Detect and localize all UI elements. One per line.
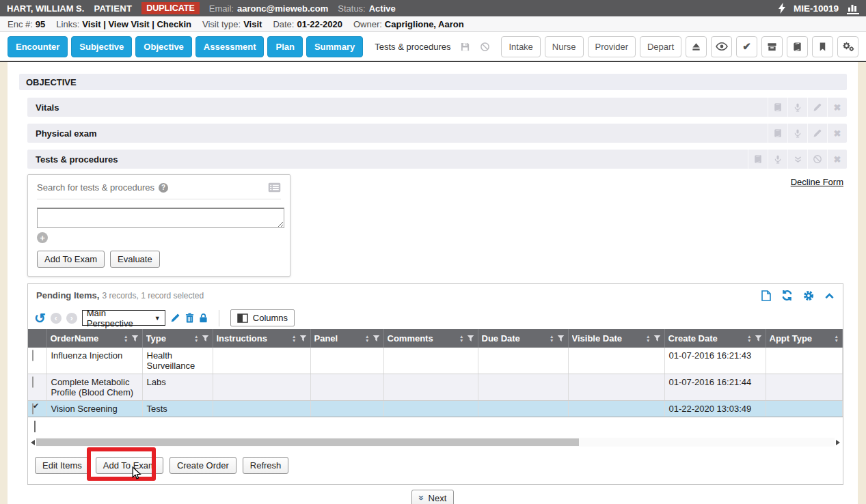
list-icon[interactable] <box>268 182 281 193</box>
links-label: Links: <box>56 19 79 29</box>
sort-icon[interactable]: ▲▼ <box>646 335 650 342</box>
tab-plan[interactable]: Plan <box>267 36 302 57</box>
bar-chart-icon[interactable] <box>847 3 859 14</box>
sort-icon[interactable]: ▲▼ <box>835 335 839 342</box>
archive-icon[interactable] <box>761 36 783 57</box>
scrollbar-thumb[interactable] <box>36 438 579 446</box>
owner-label: Owner: <box>353 19 382 29</box>
table-row[interactable]: Complete Metabolic Profile (Blood Chem) … <box>28 374 843 401</box>
refresh-button[interactable]: Refresh <box>243 457 289 474</box>
plus-icon[interactable]: + <box>37 232 48 243</box>
add-to-exam-footer-button[interactable]: Add To Exam <box>96 457 163 474</box>
scroll-right-arrow[interactable] <box>836 440 840 445</box>
cancel-icon[interactable] <box>480 42 490 52</box>
page-background: OBJECTIVE Vitals ✖ Physical exam ✖ Tests… <box>0 62 866 504</box>
eject-icon[interactable] <box>686 36 707 57</box>
decline-form-link[interactable]: Decline Form <box>791 177 843 187</box>
tab-encounter[interactable]: Encounter <box>8 36 68 57</box>
cancel-icon[interactable] <box>807 150 827 169</box>
collapse-group-icon[interactable] <box>34 421 36 432</box>
create-order-button[interactable]: Create Order <box>170 457 236 474</box>
objective-section-header[interactable]: OBJECTIVE <box>19 74 847 90</box>
row-checkbox[interactable] <box>32 350 33 361</box>
double-chevron-down-icon[interactable] <box>787 150 807 169</box>
perspective-select[interactable]: Main Perspective ▼ <box>82 310 165 326</box>
bolt-icon[interactable] <box>779 3 785 14</box>
horizontal-scrollbar[interactable] <box>29 436 841 448</box>
refresh-icon[interactable] <box>781 290 793 301</box>
table-row-selected[interactable]: Vision Screening Tests 01-22-2020 13:03:… <box>28 401 843 417</box>
close-icon[interactable]: ✖ <box>827 98 847 117</box>
scroll-left-arrow[interactable] <box>31 440 35 445</box>
chevron-left-icon[interactable]: ‹ <box>51 313 62 324</box>
filter-icon[interactable] <box>467 335 474 342</box>
row-checkbox[interactable] <box>32 376 33 388</box>
microphone-icon[interactable] <box>787 98 807 117</box>
duplicate-badge[interactable]: DUPLICATE <box>141 2 200 14</box>
chevron-up-icon[interactable] <box>824 292 835 300</box>
book-icon[interactable] <box>768 98 787 117</box>
pencil-icon[interactable] <box>807 124 827 143</box>
book-icon[interactable] <box>768 124 787 143</box>
gears-icon[interactable] <box>837 36 858 57</box>
book-icon[interactable] <box>787 36 808 57</box>
tests-search-input[interactable] <box>37 208 284 228</box>
bookmark-icon[interactable] <box>812 36 833 57</box>
col-comments: Comments <box>388 333 457 344</box>
sort-icon[interactable]: ▲▼ <box>747 335 751 342</box>
pencil-icon[interactable] <box>170 313 180 323</box>
encounter-info-bar: Enc #:95 Links:Visit | View Visit | Chec… <box>0 16 866 32</box>
sort-icon[interactable]: ▲▼ <box>550 335 554 342</box>
visit-links[interactable]: Visit | View Visit | Checkin <box>82 19 191 29</box>
check-icon[interactable]: ✔ <box>736 36 757 57</box>
chevron-right-icon[interactable]: › <box>66 313 77 324</box>
filter-icon[interactable] <box>299 335 307 342</box>
help-icon[interactable]: ? <box>159 183 168 193</box>
book-icon[interactable] <box>748 150 768 169</box>
filter-icon[interactable] <box>557 335 565 342</box>
sort-icon[interactable]: ▲▼ <box>194 335 198 342</box>
tab-summary[interactable]: Summary <box>306 36 363 57</box>
section-tests-procedures[interactable]: Tests & procedures ✖ <box>27 150 847 169</box>
filter-icon[interactable] <box>202 335 209 342</box>
sort-icon[interactable]: ▲▼ <box>292 335 296 342</box>
close-icon[interactable]: ✖ <box>827 124 847 143</box>
add-to-exam-button[interactable]: Add To Exam <box>37 251 105 268</box>
tab-objective[interactable]: Objective <box>135 36 192 57</box>
microphone-icon[interactable] <box>787 124 807 143</box>
gear-icon[interactable] <box>803 290 814 301</box>
row-checkbox-checked[interactable] <box>32 403 33 415</box>
filter-icon[interactable] <box>373 335 380 342</box>
intake-button[interactable]: Intake <box>501 36 540 57</box>
save-icon[interactable] <box>460 42 470 52</box>
provider-button[interactable]: Provider <box>588 36 636 57</box>
section-vitals[interactable]: Vitals ✖ <box>27 98 847 117</box>
eye-icon[interactable] <box>711 36 732 57</box>
sort-icon[interactable]: ▲▼ <box>365 335 369 342</box>
lock-icon[interactable] <box>199 313 208 323</box>
microphone-icon[interactable] <box>768 150 787 169</box>
sort-icon[interactable]: ▲▼ <box>124 335 128 342</box>
tab-assessment[interactable]: Assessment <box>195 36 265 57</box>
search-card-title: Search for tests & procedures <box>37 182 154 193</box>
close-icon[interactable]: ✖ <box>827 150 847 169</box>
next-button[interactable]: » Next <box>411 490 455 504</box>
filter-icon[interactable] <box>131 335 139 342</box>
trash-icon[interactable] <box>185 313 194 323</box>
tab-subjective[interactable]: Subjective <box>71 36 132 57</box>
filter-icon[interactable] <box>653 335 661 342</box>
edit-items-button[interactable]: Edit Items <box>35 457 90 474</box>
columns-button[interactable]: Columns <box>230 309 295 326</box>
evaluate-button[interactable]: Evaluate <box>110 251 160 268</box>
table-row[interactable]: Influenza Injection Health Surveillance … <box>28 348 843 374</box>
section-physical-exam[interactable]: Physical exam ✖ <box>27 124 847 143</box>
depart-button[interactable]: Depart <box>640 36 681 57</box>
file-icon[interactable] <box>761 290 771 301</box>
email-label: Email: <box>209 3 234 14</box>
pencil-icon[interactable] <box>807 98 827 117</box>
status-label: Status: <box>338 3 365 14</box>
undo-icon[interactable]: ↺ <box>34 312 46 324</box>
nurse-button[interactable]: Nurse <box>545 36 584 57</box>
sort-icon[interactable]: ▲▼ <box>459 335 463 342</box>
filter-icon[interactable] <box>755 335 762 342</box>
